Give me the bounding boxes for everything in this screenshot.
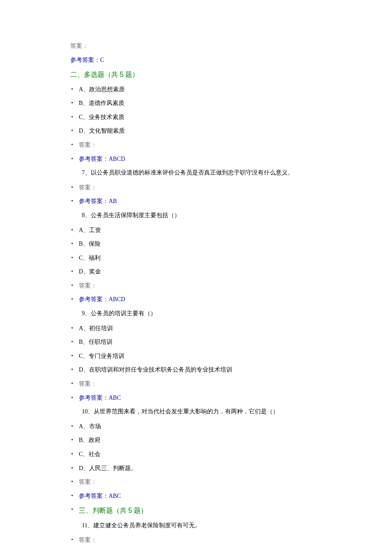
reference-answer: 参考答案：C bbox=[0, 55, 392, 66]
question-9-options: A、初任培训 B、任职培训 C、专门业务培训 D、在职培训和对担任专业技术职务公… bbox=[0, 323, 392, 404]
option-a: A、初任培训 bbox=[70, 323, 392, 334]
answer-label: 答案： bbox=[70, 139, 392, 151]
section-2-suffix: 题） bbox=[124, 71, 139, 78]
option-c: C、社会 bbox=[70, 449, 392, 460]
question-11-answers: 答案： bbox=[0, 535, 392, 546]
option-d: D、在职培训和对担任专业技术职务公务员的专业技术培训 bbox=[70, 364, 392, 376]
answer-label: 答案： bbox=[70, 378, 392, 390]
option-d: D、文化智能素质 bbox=[70, 125, 392, 137]
section-3-title: 三、判断题（共 5 题） bbox=[79, 507, 147, 514]
option-a: A、工资 bbox=[70, 225, 392, 236]
option-b: B、任职培训 bbox=[70, 337, 392, 348]
section-2-prefix: 二、多选题（共 bbox=[70, 71, 120, 78]
option-b: B、政府 bbox=[70, 435, 392, 446]
option-c: C、专门业务培训 bbox=[70, 351, 392, 362]
option-c: C、福利 bbox=[70, 253, 392, 264]
question-6-options: A、政治思想素质 B、道德作风素质 C、业务技术素质 D、文化智能素质 答案： … bbox=[0, 84, 392, 165]
question-9: 9、公务员的培训主要有（） bbox=[0, 308, 392, 320]
option-d: D、人民三、判断题。 bbox=[70, 463, 392, 474]
question-11: 11、建立健全公务员养老保险制度可有可无。 bbox=[0, 520, 392, 532]
option-a: A、市场 bbox=[70, 421, 392, 433]
reference-answer: 参考答案：AB bbox=[70, 196, 392, 207]
section-3-item: 三、判断题（共 5 题） bbox=[70, 504, 392, 517]
option-c: C、业务技术素质 bbox=[70, 112, 392, 123]
answer-label: 答案： bbox=[70, 477, 392, 488]
answer-label: 答案： bbox=[70, 182, 392, 194]
section-3-prefix: 三、判断题（共 bbox=[79, 507, 128, 514]
question-10-options: A、市场 B、政府 C、社会 D、人民三、判断题。 答案： 参考答案：ABC 三… bbox=[0, 421, 392, 517]
question-8-options: A、工资 B、保险 C、福利 D、奖金 答案： 参考答案：ABCD bbox=[0, 225, 392, 306]
question-7-answers: 答案： 参考答案：AB bbox=[0, 182, 392, 207]
section-3-count: 5 bbox=[128, 507, 132, 514]
answer-label: 答案： bbox=[70, 535, 392, 546]
option-d: D、奖金 bbox=[70, 266, 392, 278]
question-10: 10、从世界范围来看，对当代社会发生重大影响的力，有两种，它们是（） bbox=[0, 406, 392, 418]
section-2-title: 二、多选题（共 5 题） bbox=[0, 68, 392, 81]
option-b: B、保险 bbox=[70, 238, 392, 250]
question-8: 8、公务员生活保障制度主要包括（） bbox=[0, 210, 392, 221]
reference-answer: 参考答案：ABCD bbox=[70, 294, 392, 305]
option-b: B、道德作风素质 bbox=[70, 98, 392, 109]
reference-answer: 参考答案：ABC bbox=[70, 392, 392, 404]
answer-label: 答案： bbox=[0, 41, 392, 52]
reference-answer: 参考答案：ABC bbox=[70, 491, 392, 502]
answer-label: 答案： bbox=[70, 280, 392, 292]
reference-answer: 参考答案：ABCD bbox=[70, 154, 392, 165]
section-3-suffix: 题） bbox=[132, 507, 147, 514]
section-2-count: 5 bbox=[120, 71, 124, 78]
option-a: A、政治思想素质 bbox=[70, 84, 392, 96]
question-7: 7、以公务员职业道德的标准来评价公务员是否真正做到忠于职守没有什么意义。 bbox=[0, 167, 392, 179]
